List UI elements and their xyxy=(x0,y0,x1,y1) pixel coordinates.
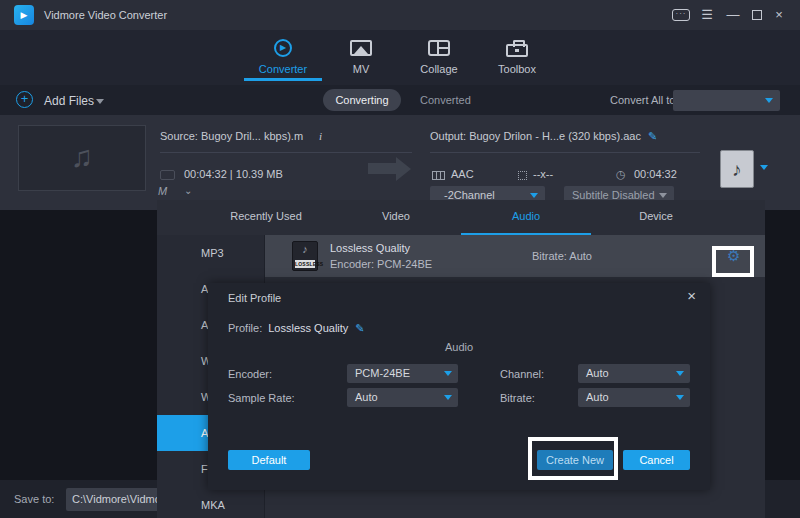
save-to-label: Save to: xyxy=(14,493,54,505)
app-window: ▶ Vidmore Video Converter ··· ☰ — × ▶ Co… xyxy=(0,0,800,518)
dialog-close-icon[interactable]: × xyxy=(687,287,696,304)
profile-value: Lossless Quality xyxy=(268,322,348,334)
format-item-title: Lossless Quality xyxy=(330,242,410,254)
format-list-item[interactable]: ♪ LOSSLESS Lossless Quality Encoder: PCM… xyxy=(265,235,765,277)
info-icon[interactable]: i xyxy=(319,130,322,142)
profile-row: Profile:Lossless Quality✎ xyxy=(228,322,365,335)
tab-collage[interactable]: Collage xyxy=(400,30,478,85)
sample-rate-label: Sample Rate: xyxy=(228,392,295,404)
tab-device[interactable]: Device xyxy=(591,200,721,235)
save-to-path-field[interactable]: C:\Vidmore\Vidmor xyxy=(66,488,170,511)
divider xyxy=(160,152,412,153)
tab-toolbox[interactable]: Toolbox xyxy=(478,30,556,85)
app-title: Vidmore Video Converter xyxy=(44,9,167,21)
chevron-down-icon xyxy=(444,371,452,376)
toolbox-icon xyxy=(506,44,528,57)
annotation-create-new-highlight xyxy=(528,437,618,480)
app-logo-icon: ▶ xyxy=(14,5,34,25)
sample-rate-select[interactable]: Auto xyxy=(347,388,458,407)
edit-pencil-icon[interactable]: ✎ xyxy=(648,130,657,142)
resolution-icon xyxy=(518,171,527,180)
tab-converting[interactable]: Converting xyxy=(323,89,401,111)
add-files-icon[interactable]: + xyxy=(16,91,33,108)
clock-icon: ◷ xyxy=(616,168,626,181)
chevron-down-icon xyxy=(530,193,538,198)
feedback-icon[interactable]: ··· xyxy=(672,9,690,21)
tab-recently-used[interactable]: Recently Used xyxy=(201,200,331,235)
output-duration: 00:04:32 xyxy=(634,168,677,180)
channel-select[interactable]: Auto xyxy=(578,364,690,383)
chevron-down-icon xyxy=(444,395,452,400)
tab-converter[interactable]: ▶ Converter xyxy=(244,30,322,85)
mv-icon xyxy=(350,40,372,56)
source-filename: Source: Bugoy Dril... kbps).mi xyxy=(160,130,322,142)
file-task-row: ♫ Source: Bugoy Dril... kbps).mi 00:04:3… xyxy=(0,115,800,210)
annotation-gear-highlight xyxy=(712,246,754,277)
dialog-title: Edit Profile xyxy=(228,292,281,304)
converter-icon: ▶ xyxy=(274,39,292,57)
edit-profile-dialog: Edit Profile × Profile:Lossless Quality✎… xyxy=(208,283,710,490)
convert-all-label: Convert All to: xyxy=(610,94,678,106)
source-meta: 00:04:32 | 10.39 MB xyxy=(184,168,283,180)
encoder-select[interactable]: PCM-24BE xyxy=(347,364,458,383)
tab-mv[interactable]: MV xyxy=(322,30,400,85)
close-icon[interactable]: × xyxy=(770,7,788,23)
output-format-caret-icon[interactable] xyxy=(760,165,768,170)
bitrate-label: Bitrate: xyxy=(500,392,535,404)
cancel-button[interactable]: Cancel xyxy=(623,450,690,470)
waveform-icon[interactable]: M xyxy=(158,185,167,197)
output-filename: Output: Bugoy Drilon - H...e (320 kbps).… xyxy=(430,130,657,143)
format-icon xyxy=(432,171,445,180)
chevron-down-icon xyxy=(765,98,773,103)
format-mini-icon xyxy=(160,170,175,180)
encoder-label: Encoder: xyxy=(228,368,272,380)
format-item-encoder: Encoder: PCM-24BE xyxy=(330,258,432,270)
tab-converted[interactable]: Converted xyxy=(420,94,471,106)
add-files-button[interactable]: Add Files xyxy=(44,94,94,108)
sidebar-item-mp3[interactable]: MP3 xyxy=(157,235,264,271)
chevron-down-icon xyxy=(676,371,684,376)
chevron-down-icon xyxy=(659,193,667,198)
chevron-down-icon xyxy=(676,395,684,400)
collage-icon xyxy=(428,40,450,56)
default-button[interactable]: Default xyxy=(228,450,310,470)
format-item-bitrate: Bitrate: Auto xyxy=(532,250,592,262)
menu-icon[interactable]: ☰ xyxy=(698,7,716,23)
lossless-format-icon: ♪ LOSSLESS xyxy=(292,241,318,271)
minimize-icon[interactable]: — xyxy=(724,7,742,23)
output-format-button[interactable]: ♪ xyxy=(720,150,754,188)
bitrate-select[interactable]: Auto xyxy=(578,388,690,407)
titlebar: ▶ Vidmore Video Converter ··· ☰ — × xyxy=(0,0,800,30)
active-tab-underline xyxy=(244,78,322,81)
divider xyxy=(430,152,700,153)
tab-video[interactable]: Video xyxy=(331,200,461,235)
format-panel-tabs: Recently Used Video Audio Device xyxy=(201,200,721,235)
collapse-chevron-icon[interactable]: ⌄ xyxy=(184,185,192,196)
output-resolution: --x-- xyxy=(533,168,553,180)
rename-pencil-icon[interactable]: ✎ xyxy=(355,322,364,334)
channel-label: Channel: xyxy=(500,368,544,380)
output-format: AAC xyxy=(451,168,474,180)
audio-section-header: Audio xyxy=(208,341,710,353)
toolbar: + Add Files Converting Converted Convert… xyxy=(0,85,800,115)
add-files-caret-icon[interactable] xyxy=(96,99,104,104)
main-nav: ▶ Converter MV Collage Toolbox xyxy=(0,30,800,85)
maximize-icon[interactable] xyxy=(752,10,762,20)
convert-arrow-icon xyxy=(368,163,396,174)
tab-audio[interactable]: Audio xyxy=(461,200,591,235)
sidebar-item-mka[interactable]: MKA xyxy=(157,487,264,518)
convert-all-dropdown[interactable] xyxy=(673,90,780,111)
music-note-icon: ♫ xyxy=(19,140,145,174)
source-thumbnail: ♫ xyxy=(18,125,146,191)
